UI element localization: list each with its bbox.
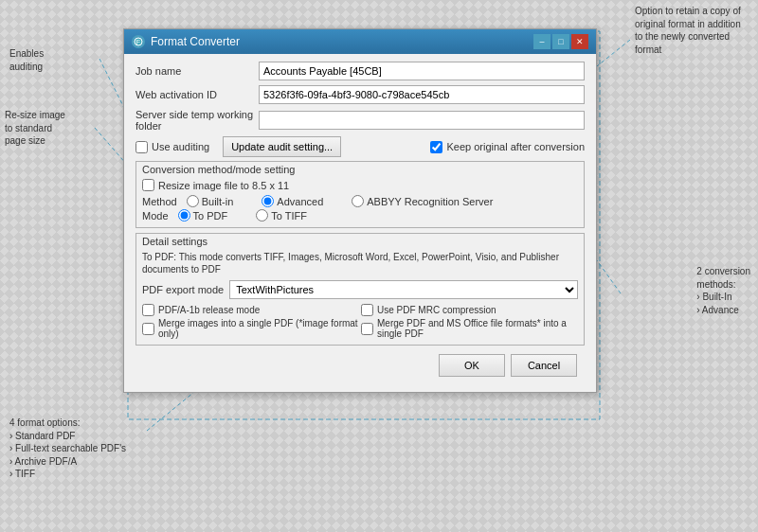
- annotation-text: Enablesauditing: [9, 48, 44, 72]
- annotation-top-right: Option to retain a copy of original form…: [635, 5, 749, 56]
- pdf-export-label: PDF export mode: [142, 284, 224, 295]
- detail-title: Detail settings: [142, 236, 578, 247]
- auditing-left: Use auditing Update audit setting...: [135, 136, 341, 157]
- svg-text:F: F: [136, 39, 140, 45]
- job-name-row: Job name: [135, 62, 585, 80]
- resize-checkbox[interactable]: [142, 179, 154, 191]
- cancel-button[interactable]: Cancel: [511, 354, 577, 377]
- title-buttons: – □ ✕: [533, 34, 588, 49]
- server-folder-label: Server side temp working folder: [135, 109, 259, 132]
- keep-original-label: Keep original after conversion: [446, 141, 585, 152]
- annotation-enables-auditing: Enablesauditing: [9, 47, 44, 73]
- title-bar-left: F Format Converter: [132, 35, 240, 48]
- resize-row: Resize image file to 8.5 x 11: [142, 179, 578, 191]
- pdfa-checkbox[interactable]: [142, 304, 154, 316]
- method-advanced-option: Advanced: [262, 195, 323, 207]
- mrc-checkbox[interactable]: [361, 304, 373, 316]
- conversion-section: Conversion method/mode setting Resize im…: [135, 161, 585, 228]
- update-audit-button[interactable]: Update audit setting...: [223, 136, 341, 157]
- option-merge-pdf: Merge PDF and MS Office file formats* in…: [361, 318, 578, 339]
- annotation-methods: 2 conversionmethods:› Built-In› Advance: [696, 265, 750, 316]
- close-button[interactable]: ✕: [571, 34, 588, 49]
- mode-topdf-label: To PDF: [193, 210, 228, 222]
- web-activation-row: Web activation ID: [135, 85, 585, 104]
- keep-original-checkbox[interactable]: [430, 141, 442, 153]
- method-row: Method Built-in Advanced ABBYY Recogniti…: [142, 195, 578, 207]
- merge-pdf-label: Merge PDF and MS Office file formats* in…: [377, 318, 578, 339]
- method-builtin-option: Built-in: [187, 195, 234, 207]
- maximize-button[interactable]: □: [552, 34, 569, 49]
- method-abbyy-label: ABBYY Recognition Server: [367, 196, 493, 207]
- annotation-text: 4 format options:› Standard PDF› Full-te…: [9, 417, 126, 479]
- mode-totiff-option: To TIFF: [256, 209, 307, 222]
- options-grid: PDF/A-1b release mode Use PDF MRC compre…: [142, 304, 578, 339]
- title-bar: F Format Converter – □ ✕: [124, 29, 596, 54]
- merge-pdf-checkbox[interactable]: [361, 323, 373, 335]
- web-activation-input[interactable]: [259, 85, 585, 104]
- server-folder-row: Server side temp working folder: [135, 109, 585, 132]
- job-name-label: Job name: [135, 65, 259, 77]
- minimize-button[interactable]: –: [533, 34, 550, 49]
- annotation-formats: 4 format options:› Standard PDF› Full-te…: [9, 417, 126, 481]
- server-folder-input[interactable]: [259, 111, 585, 130]
- pdf-export-row: PDF export mode TextWithPictures ImageOn…: [142, 280, 578, 299]
- dialog-content: Job name Web activation ID Server side t…: [124, 54, 596, 392]
- method-abbyy-option: ABBYY Recognition Server: [352, 195, 493, 207]
- dialog-icon: F: [132, 35, 145, 48]
- mode-totiff-radio[interactable]: [256, 209, 268, 222]
- method-builtin-label: Built-in: [202, 196, 234, 207]
- svg-line-0: [597, 40, 630, 66]
- method-abbyy-radio[interactable]: [352, 195, 364, 207]
- job-name-input[interactable]: [259, 62, 585, 80]
- resize-label: Resize image file to 8.5 x 11: [158, 180, 289, 191]
- annotation-text: 2 conversionmethods:› Built-In› Advance: [696, 266, 750, 315]
- detail-description: To PDF: This mode converts TIFF, Images,…: [142, 251, 578, 275]
- method-advanced-label: Advanced: [277, 196, 323, 207]
- use-auditing-checkbox[interactable]: [135, 141, 148, 153]
- svg-line-4: [147, 388, 199, 431]
- dialog-title: Format Converter: [151, 35, 240, 48]
- merge-images-checkbox[interactable]: [142, 323, 154, 335]
- pdf-export-select[interactable]: TextWithPictures ImageOnly TextOnly: [229, 280, 578, 299]
- option-merge-images: Merge images into a single PDF (*image f…: [142, 318, 359, 339]
- mrc-label: Use PDF MRC compression: [377, 305, 496, 315]
- method-advanced-radio[interactable]: [262, 195, 274, 207]
- auditing-right: Keep original after conversion: [430, 141, 585, 153]
- conversion-title: Conversion method/mode setting: [142, 164, 578, 175]
- auditing-row: Use auditing Update audit setting... Kee…: [135, 136, 585, 157]
- annotation-resize: Re-size imageto standardpage size: [5, 109, 65, 148]
- annotation-text: Re-size imageto standardpage size: [5, 110, 65, 146]
- use-auditing-label: Use auditing: [152, 141, 209, 152]
- merge-images-label: Merge images into a single PDF (*image f…: [158, 318, 359, 339]
- ok-button[interactable]: OK: [439, 354, 505, 377]
- web-activation-label: Web activation ID: [135, 89, 259, 100]
- detail-section: Detail settings To PDF: This mode conver…: [135, 233, 585, 346]
- pdfa-label: PDF/A-1b release mode: [158, 305, 260, 315]
- mode-topdf-radio[interactable]: [178, 209, 190, 222]
- option-pdfa: PDF/A-1b release mode: [142, 304, 359, 316]
- mode-topdf-option: To PDF: [178, 209, 228, 222]
- format-converter-dialog: F Format Converter – □ ✕ Job name Web ac…: [123, 28, 597, 393]
- mode-label: Mode: [142, 210, 169, 222]
- dialog-buttons: OK Cancel: [135, 350, 585, 382]
- mode-row: Mode To PDF To TIFF: [142, 209, 578, 222]
- option-mrc: Use PDF MRC compression: [361, 304, 578, 316]
- method-label: Method: [142, 196, 177, 207]
- mode-totiff-label: To TIFF: [271, 210, 307, 222]
- method-builtin-radio[interactable]: [187, 195, 199, 207]
- svg-line-3: [597, 260, 621, 293]
